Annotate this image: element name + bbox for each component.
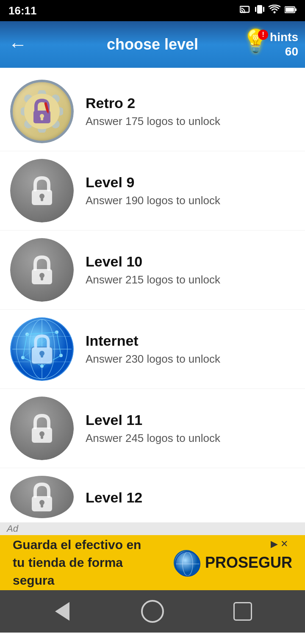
home-circle-icon (141, 600, 164, 623)
svg-rect-24 (41, 196, 43, 201)
header: ← choose level 💡 ! hints 60 (0, 21, 305, 68)
ad-arrow-icon: ▶ (271, 539, 278, 550)
retro2-icon (10, 80, 74, 143)
back-button[interactable]: ← (8, 35, 27, 54)
svg-rect-7 (295, 8, 297, 11)
level-desc: Answer 230 logos to unlock (86, 353, 295, 366)
ad-banner[interactable]: ▶ ✕ Guarda el efectivo en tu tienda de f… (0, 535, 305, 590)
prosegur-brand-name: PROSEGUR (205, 554, 292, 572)
svg-rect-1 (257, 5, 262, 14)
status-time: 16:11 (8, 4, 37, 17)
svg-rect-27 (41, 275, 43, 280)
list-item[interactable]: Level 9 Answer 190 logos to unlock (0, 151, 305, 230)
hints-bulb-icon: 💡 ! (242, 30, 267, 59)
level-desc: Answer 175 logos to unlock (86, 115, 295, 128)
hints-count-block: hints 60 (270, 30, 298, 58)
level11-icon (10, 397, 74, 460)
wifi-icon (269, 5, 280, 17)
back-triangle-icon (55, 602, 69, 621)
level-info: Level 10 Answer 215 logos to unlock (86, 253, 295, 286)
level-name: Level 12 (86, 489, 295, 506)
ad-line1: Guarda el efectivo en (13, 536, 148, 554)
level-name: Level 10 (86, 253, 295, 270)
level-desc: Answer 215 logos to unlock (86, 273, 295, 286)
status-bar: 16:11 (0, 0, 305, 21)
svg-rect-56 (41, 502, 43, 508)
nav-back-button[interactable] (47, 597, 77, 626)
list-item[interactable]: Internet Answer 230 logos to unlock (0, 310, 305, 389)
svg-point-4 (274, 11, 276, 14)
level-desc: Answer 190 logos to unlock (86, 194, 295, 207)
ad-text: Guarda el efectivo en tu tienda de forma… (13, 536, 148, 589)
page-title: choose level (107, 36, 198, 53)
level-info: Internet Answer 230 logos to unlock (86, 333, 295, 366)
cast-icon (240, 5, 251, 17)
ad-x-icon[interactable]: ✕ (280, 539, 288, 550)
level-name: Internet (86, 333, 295, 349)
status-icons (240, 4, 297, 17)
list-item[interactable]: Retro 2 Answer 175 logos to unlock (0, 72, 305, 151)
level-desc: Answer 245 logos to unlock (86, 432, 295, 445)
hints-container[interactable]: 💡 ! hints 60 (242, 30, 298, 59)
svg-rect-2 (255, 7, 256, 12)
level-name: Retro 2 (86, 95, 295, 111)
level-info: Level 11 Answer 245 logos to unlock (86, 412, 295, 445)
ad-label: Ad (7, 523, 18, 534)
nav-recent-button[interactable] (228, 597, 258, 626)
prosegur-logo: PROSEGUR (174, 550, 292, 575)
battery-icon (285, 5, 297, 16)
nav-home-button[interactable] (138, 597, 167, 626)
svg-rect-6 (286, 8, 294, 12)
level-name: Level 9 (86, 174, 295, 191)
list-item[interactable]: Level 11 Answer 245 logos to unlock (0, 389, 305, 468)
svg-rect-3 (263, 7, 264, 12)
hints-badge: ! (258, 30, 268, 40)
bottom-nav (0, 590, 305, 633)
level10-icon (10, 238, 74, 302)
level-info: Retro 2 Answer 175 logos to unlock (86, 95, 295, 128)
list-item[interactable]: Level 12 (0, 468, 305, 518)
prosegur-globe-icon (174, 550, 199, 575)
list-item[interactable]: Level 10 Answer 215 logos to unlock (0, 230, 305, 310)
svg-rect-49 (41, 353, 43, 358)
level9-icon (10, 159, 74, 222)
ad-label-bar: Ad (0, 522, 305, 535)
internet-icon (10, 317, 74, 381)
level-info: Level 12 (86, 485, 295, 509)
level-list: Retro 2 Answer 175 logos to unlock Level… (0, 68, 305, 522)
svg-rect-53 (41, 434, 43, 439)
vibrate-icon (255, 4, 264, 17)
level-name: Level 11 (86, 412, 295, 428)
ad-close-area: ▶ ✕ (271, 539, 288, 550)
recent-square-icon (233, 602, 252, 621)
hints-count: 60 (270, 44, 298, 59)
level-info: Level 9 Answer 190 logos to unlock (86, 174, 295, 207)
hints-label: hints (270, 30, 298, 44)
level12-icon (10, 476, 74, 518)
svg-rect-19 (41, 116, 43, 120)
ad-line2: tu tienda de forma segura (13, 554, 148, 589)
